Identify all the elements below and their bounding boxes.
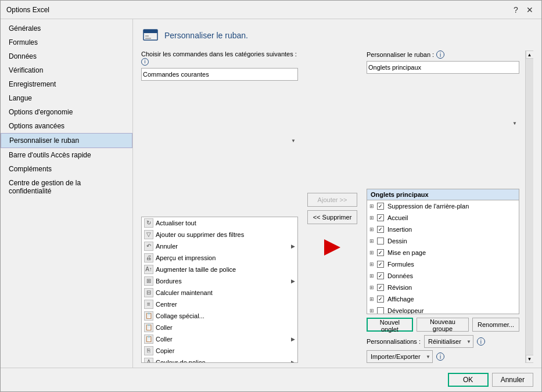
command-item[interactable]: A↑Augmenter la taille de police [142, 264, 297, 275]
close-button[interactable]: ✕ [524, 4, 536, 16]
ok-button[interactable]: OK [448, 373, 489, 387]
tree-item[interactable]: ⊞Révision [367, 282, 519, 293]
command-item[interactable]: ACouleur de police▶ [142, 357, 297, 363]
tree-item[interactable]: ⊞Développeur [367, 305, 519, 314]
command-item[interactable]: 🖨Aperçu et impression [142, 252, 297, 264]
command-label: Copier [156, 347, 174, 354]
expand-icon[interactable]: ⊞ [369, 261, 375, 267]
tree-checkbox[interactable] [377, 214, 384, 221]
dialog-footer: OK Annuler [1, 368, 541, 391]
cancel-button[interactable]: Annuler [492, 373, 533, 387]
command-label: Augmenter la taille de police [156, 266, 236, 273]
command-item[interactable]: ↶Annuler▶ [142, 240, 297, 252]
paste2-icon: 📋 [144, 335, 153, 344]
ribbon-customize-label: Personnaliser le ruban : i [367, 51, 519, 59]
sidebar-item-formules[interactable]: Formules [1, 35, 132, 49]
tree-item[interactable]: ⊞Accueil [367, 212, 519, 224]
tree-item[interactable]: ⊞Données [367, 270, 519, 282]
tree-item-label: Mise en page [387, 249, 426, 256]
sidebar-item-langue[interactable]: Langue [1, 91, 132, 105]
tree-checkbox[interactable] [377, 226, 384, 233]
personalizations-info-icon[interactable]: i [477, 337, 485, 346]
commands-info-icon[interactable]: i [141, 57, 149, 64]
import-export-select[interactable]: Importer/Exporter [367, 350, 433, 363]
new-group-button[interactable]: Nouveau groupe [417, 318, 469, 332]
expand-icon[interactable]: ⊞ [369, 203, 375, 209]
ribbon-info-icon[interactable]: i [436, 51, 444, 59]
category-select[interactable]: Commandes courantes [141, 68, 298, 81]
command-label: Couleur de police [156, 359, 206, 363]
tree-item[interactable]: ⊞Suppression de l'arrière-plan [367, 200, 519, 212]
scroll-up-arrow[interactable]: ▲ [526, 51, 534, 59]
command-item[interactable]: ⊟Calculer maintenant [142, 287, 297, 299]
command-item[interactable]: 📋Coller [142, 322, 297, 333]
expand-icon[interactable]: ⊞ [369, 226, 375, 232]
commands-list-wrap: ↻Actualiser tout▽Ajouter ou supprimer de… [141, 217, 298, 363]
expand-icon[interactable]: ⊞ [369, 215, 375, 221]
sidebar-item-generales[interactable]: Générales [1, 21, 132, 35]
expand-icon[interactable]: ⊞ [369, 238, 375, 244]
help-button[interactable]: ? [510, 4, 522, 16]
ribbon-select[interactable]: Onglets principaux [367, 61, 519, 74]
new-tab-button[interactable]: Nouvel onglet [367, 318, 413, 332]
ribbon-select-wrapper: Onglets principaux [367, 61, 519, 185]
sidebar-item-confidentialite[interactable]: Centre de gestion de la confidentialité [1, 176, 132, 198]
filter-icon: ▽ [144, 230, 153, 239]
sidebar-item-donnees[interactable]: Données [1, 49, 132, 63]
paste-icon: 📋 [144, 323, 153, 332]
command-item[interactable]: 📋Collage spécial... [142, 310, 297, 322]
scrollbar-track [526, 59, 534, 355]
sidebar-item-ruban[interactable]: Personnaliser le ruban [1, 133, 132, 148]
main-content: Personnaliser le ruban. Choisir les comm… [133, 19, 541, 368]
tree-checkbox[interactable] [377, 203, 384, 210]
expand-icon[interactable]: ⊞ [369, 308, 375, 314]
tree-checkbox[interactable] [377, 238, 384, 244]
tree-item[interactable]: ⊞Affichage [367, 293, 519, 305]
rename-button[interactable]: Renommer... [472, 318, 519, 332]
svg-rect-1 [143, 30, 157, 33]
import-export-info-icon[interactable]: i [436, 353, 444, 361]
command-label: Aperçu et impression [156, 254, 216, 261]
tree-checkbox[interactable] [377, 249, 384, 256]
command-item[interactable]: ⎘Copier [142, 345, 297, 357]
scroll-down-arrow[interactable]: ▼ [526, 355, 534, 363]
expand-icon[interactable]: ⊞ [369, 273, 375, 279]
dialog-title: Options Excel [6, 6, 49, 14]
tree-checkbox[interactable] [377, 272, 384, 279]
tree-checkbox[interactable] [377, 284, 384, 291]
content-row: Choisir les commandes dans les catégorie… [141, 51, 533, 363]
tree-item[interactable]: ⊞Dessin [367, 235, 519, 247]
command-item[interactable]: ↻Actualiser tout [142, 217, 297, 229]
submenu-arrow-icon: ▶ [291, 336, 295, 342]
expand-icon[interactable]: ⊞ [369, 285, 375, 290]
title-bar: Options Excel ? ✕ [1, 1, 541, 19]
submenu-arrow-icon: ▶ [291, 243, 295, 249]
add-button[interactable]: Ajouter >> [307, 193, 357, 207]
tree-item[interactable]: ⊞Mise en page [367, 247, 519, 258]
expand-icon[interactable]: ⊞ [369, 250, 375, 256]
tree-checkbox[interactable] [377, 307, 384, 314]
tree-item[interactable]: ⊞Insertion [367, 224, 519, 235]
command-item[interactable]: ▽Ajouter ou supprimer des filtres [142, 229, 297, 240]
import-export-wrap: Importer/Exporter [367, 350, 433, 363]
remove-button[interactable]: << Supprimer [307, 210, 357, 224]
sidebar-item-acces-rapide[interactable]: Barre d'outils Accès rapide [1, 148, 132, 162]
command-item[interactable]: ≡Centrer [142, 299, 297, 310]
sidebar-item-avancees[interactable]: Options avancées [1, 119, 132, 133]
section-title: Personnaliser le ruban. [164, 31, 248, 40]
command-item[interactable]: 📋Coller▶ [142, 333, 297, 345]
tree-item[interactable]: ⊞Formules [367, 258, 519, 270]
tree-item-label: Accueil [387, 214, 408, 221]
expand-icon[interactable]: ⊞ [369, 296, 375, 302]
tree-checkbox[interactable] [377, 261, 384, 268]
sidebar-item-ergonomie[interactable]: Options d'ergonomie [1, 105, 132, 119]
sidebar-item-complements[interactable]: Compléments [1, 162, 132, 176]
command-item[interactable]: ⊞Bordures▶ [142, 275, 297, 287]
ribbon-tree-wrap: Onglets principaux ⊞Suppression de l'arr… [367, 189, 519, 314]
sidebar-item-enregistrement[interactable]: Enregistrement [1, 77, 132, 91]
bottom-buttons: Nouvel onglet Nouveau groupe Renommer... [367, 318, 519, 332]
section-header: Personnaliser le ruban. [141, 26, 533, 45]
tree-checkbox[interactable] [377, 296, 384, 303]
sidebar-item-verification[interactable]: Vérification [1, 63, 132, 77]
reinitialiser-select[interactable]: Réinitialiser [424, 335, 473, 348]
